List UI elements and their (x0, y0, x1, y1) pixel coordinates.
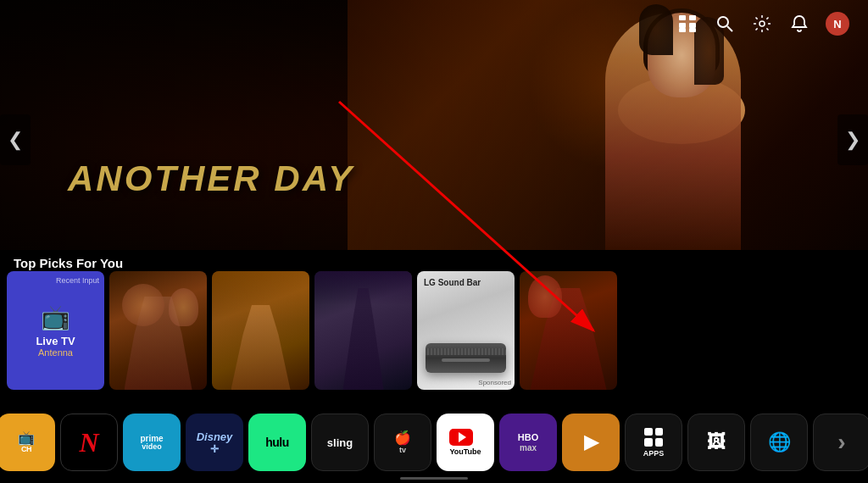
sling-app[interactable]: sling (311, 414, 369, 471)
svg-rect-5 (689, 28, 696, 32)
youtube-app[interactable]: YouTube (437, 414, 494, 471)
apps-button[interactable]: APPS (625, 414, 682, 471)
user-avatar[interactable]: N (826, 12, 849, 36)
media-card-5[interactable] (520, 271, 617, 390)
media-card-3[interactable] (314, 271, 412, 390)
dock-indicator (400, 477, 468, 480)
top-picks-row: Recent Input 📺 Live TV Antenna LG Sound … (7, 271, 861, 390)
apple-tv-app[interactable]: 🍎 tv (374, 414, 431, 471)
soundbar-image (426, 343, 506, 373)
header-bar: N (658, 0, 868, 47)
photos-app[interactable]: 🖼 (687, 414, 745, 471)
live-tv-icon: 📺 (41, 303, 70, 331)
svg-point-8 (760, 21, 765, 26)
live-tv-name: Live TV (36, 335, 75, 347)
hbo-max-app[interactable]: HBO max (499, 414, 557, 471)
notification-icon[interactable] (788, 13, 810, 35)
netflix-app[interactable]: N (60, 414, 118, 471)
hero-prev-arrow[interactable]: ❮ (0, 114, 31, 165)
recent-input-label: Recent Input (56, 276, 99, 285)
hulu-app[interactable]: hulu (248, 414, 306, 471)
app-dock: 📺 CH N prime video Disney ✛ hulu sling 🍎… (0, 414, 868, 471)
settings-icon[interactable] (751, 13, 773, 35)
svg-rect-0 (679, 15, 686, 20)
grid-icon[interactable] (676, 13, 698, 35)
hero-next-arrow[interactable]: ❯ (837, 114, 868, 165)
plex-app[interactable]: ▶ (562, 414, 620, 471)
svg-rect-1 (689, 15, 696, 20)
media-card-1[interactable] (109, 271, 207, 390)
more-apps-button[interactable]: › (813, 414, 868, 471)
live-tv-card[interactable]: Recent Input 📺 Live TV Antenna (7, 271, 104, 390)
svg-point-6 (718, 17, 728, 27)
soundbar-card[interactable]: LG Sound Bar Sponsored (417, 271, 515, 390)
search-icon[interactable] (714, 13, 736, 35)
disney-plus-app[interactable]: Disney ✛ (186, 414, 243, 471)
svg-rect-3 (689, 23, 696, 28)
svg-rect-2 (679, 23, 686, 28)
prime-video-app[interactable]: prime video (123, 414, 181, 471)
svg-rect-4 (679, 28, 686, 32)
svg-line-7 (727, 26, 732, 31)
sponsored-label: Sponsored (478, 379, 511, 386)
browser-app[interactable]: 🌐 (750, 414, 808, 471)
hero-title: ANOTHER DAY (68, 158, 354, 199)
live-tv-sub: Antenna (38, 347, 73, 358)
section-top-picks-label: Top Picks For You (14, 256, 123, 270)
soundbar-label: LG Sound Bar (424, 278, 481, 287)
channels-app[interactable]: 📺 CH (0, 414, 55, 471)
media-card-2[interactable] (212, 271, 309, 390)
